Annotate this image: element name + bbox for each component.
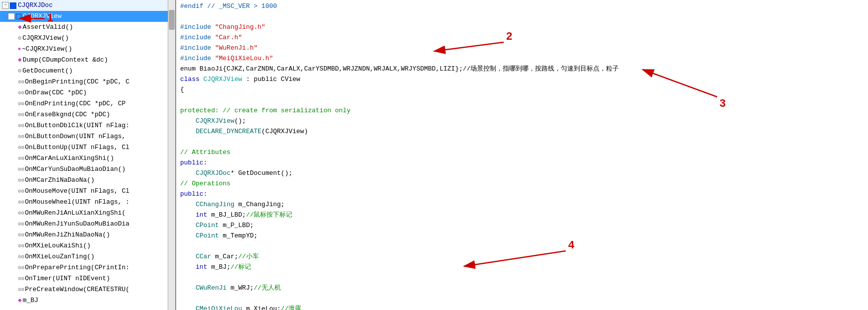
tree-label: OnMWuRenJiYunSuDaoMuBiaoDia xyxy=(25,219,130,229)
code-token xyxy=(180,168,196,178)
code-token: * GetDocument(); xyxy=(230,168,292,178)
tree-label: CJQRXJView xyxy=(23,11,62,21)
code-line xyxy=(180,293,864,304)
expand-collapse-icon[interactable]: − xyxy=(2,2,9,9)
code-token: //鼠标按下标记 xyxy=(246,210,293,220)
tree-item-root[interactable]: −CJQRXJDoc xyxy=(0,0,175,11)
tree-item-onlbuttonup[interactable]: ⚙⚙OnLButtonUp(UINT nFlags, Cl xyxy=(0,142,175,153)
tree-item-ondraw[interactable]: ⚙⚙OnDraw(CDC *pDC) xyxy=(0,87,175,98)
code-token: int xyxy=(196,210,207,220)
code-token: public: xyxy=(180,157,207,168)
code-token: //小车 xyxy=(238,251,259,262)
tree-item-onerasebkgnd[interactable]: ⚙⚙OnEraseBkgnd(CDC *pDC) xyxy=(0,109,175,120)
tree-label: OnMXieLouZanTing() xyxy=(25,252,94,262)
code-token: "MeiQiXieLou.h" xyxy=(215,53,273,64)
code-token: CPoint xyxy=(196,231,219,241)
tree-item-destructor[interactable]: ◆~CJQRXJView() xyxy=(0,44,175,55)
tree-label: OnEraseBkgnd(CDC *pDC) xyxy=(25,110,110,120)
code-token: //标记 xyxy=(230,262,251,272)
tree-item-onmxielouzanting[interactable]: ⚙⚙OnMXieLouZanTing() xyxy=(0,251,175,262)
code-token: CJQRXJDoc xyxy=(196,168,230,178)
code-line: #include "Car.h" xyxy=(180,32,864,43)
tree-item-onlbuttondown[interactable]: ⚙⚙OnLButtonDown(UINT nFlags, xyxy=(0,131,175,142)
tree-item-onmwurenjiyunsuodaomubiao[interactable]: ⚙⚙OnMWuRenJiYunSuDaoMuBiaoDia xyxy=(0,219,175,230)
tree-item-onmcarzhidaona[interactable]: ⚙⚙OnMCarZhiNaDaoNa() xyxy=(0,175,175,186)
code-editor-panel[interactable]: #endif // _MSC_VER > 1000 #include "Chan… xyxy=(176,0,868,310)
tree-label: OnLButtonDown(UINT nFlags, xyxy=(25,132,126,142)
tree-item-onbeginprinting[interactable]: ⚙⚙OnBeginPrinting(CDC *pDC, C xyxy=(0,77,175,87)
code-token xyxy=(180,199,196,210)
tree-item-onmousewheel[interactable]: ⚙⚙OnMouseWheel(UINT nFlags, : xyxy=(0,197,175,208)
tree-item-onendprinting[interactable]: ⚙⚙OnEndPrinting(CDC *pDC, CP xyxy=(0,98,175,109)
code-token xyxy=(180,220,196,231)
code-line: CWuRenJi m_WRJ;//无人机 xyxy=(180,283,864,293)
code-line xyxy=(180,241,864,251)
code-line xyxy=(180,11,864,22)
code-token xyxy=(180,231,196,241)
tree-item-onmwurenjizhidaona[interactable]: ⚙⚙OnMWuRenJiZhiNaDaoNa() xyxy=(0,230,175,240)
left-scrollbar[interactable] xyxy=(168,0,175,310)
tree-item-onmcaryunsuodaomubiaodia[interactable]: ⚙⚙OnMCarYunSuDaoMuBiaoDian() xyxy=(0,164,175,175)
code-token: m_ChangJing; xyxy=(234,199,284,210)
code-token: CJQRXJView xyxy=(203,74,242,84)
tree-label: OnMWuRenJiAnLuXianXingShi( xyxy=(25,208,126,218)
code-line: // Operations xyxy=(180,178,864,189)
tree-item-getdocument[interactable]: ⚙GetDocument() xyxy=(0,66,175,77)
tree-item-assertvalid[interactable]: ◆AssertValid() xyxy=(0,22,175,33)
code-token xyxy=(180,126,196,137)
code-token: m_WRJ; xyxy=(227,283,254,293)
expand-collapse-icon[interactable]: − xyxy=(8,13,15,20)
code-token: m_BJ; xyxy=(207,262,231,272)
code-token: m_XieLou; xyxy=(242,304,281,310)
tree-item-onmousemove[interactable]: ⚙⚙OnMouseMove(UINT nFlags, Cl xyxy=(0,186,175,197)
tree-item-m_bj[interactable]: ◆m_BJ xyxy=(0,295,175,306)
code-token: //无人机 xyxy=(254,283,281,293)
class-tree-panel[interactable]: −CJQRXJDoc−CJQRXJView◆AssertValid()⚙CJQR… xyxy=(0,0,176,310)
tree-item-onmcaranluxianxingshi[interactable]: ⚙⚙OnMCarAnLuXianXingShi() xyxy=(0,153,175,164)
tree-label: OnMWuRenJiZhiNaDaoNa() xyxy=(25,230,110,240)
tree-item-constructor[interactable]: ⚙CJQRXJView() xyxy=(0,33,175,44)
code-token: #include xyxy=(180,22,215,32)
code-token: #include xyxy=(180,43,215,53)
tree-label: OnPreparePrinting(CPrintIn: xyxy=(25,263,130,273)
code-line: enum BiaoJi{CJKZ,CarZNDN,CarALX,CarYSDMB… xyxy=(180,64,864,74)
code-token: CPoint xyxy=(196,220,219,231)
tree-label: OnMCarAnLuXianXingShi() xyxy=(25,154,114,163)
tree-item-onmxieloukaishi[interactable]: ⚙⚙OnMXieLouKaiShi() xyxy=(0,240,175,251)
code-line xyxy=(180,95,864,105)
tree-item-onlbuttondblclk[interactable]: ⚙⚙OnLButtonDblClk(UINT nFlag: xyxy=(0,120,175,131)
code-token: { xyxy=(180,84,184,95)
scroll-thumb[interactable] xyxy=(169,10,175,30)
code-token: : public CView xyxy=(242,74,300,84)
tree-item-ontimer[interactable]: ⚙⚙OnTimer(UINT nIDEvent) xyxy=(0,273,175,284)
code-token: enum BiaoJi{CJKZ,CarZNDN,CarALX,CarYSDMB… xyxy=(180,64,619,74)
tree-item-cjqrxjview[interactable]: −CJQRXJView xyxy=(0,11,175,22)
tree-label: OnLButtonUp(UINT nFlags, Cl xyxy=(25,143,130,153)
code-line xyxy=(180,137,864,147)
tree-item-onprepareprinting[interactable]: ⚙⚙OnPreparePrinting(CPrintIn: xyxy=(0,262,175,273)
code-line: #include "ChangJing.h" xyxy=(180,22,864,32)
tree-label: Dump(CDumpContext &dc) xyxy=(23,55,108,65)
code-line: protected: // create from serialization … xyxy=(180,105,864,116)
code-token xyxy=(180,283,196,293)
tree-label: OnMouseWheel(UINT nFlags, : xyxy=(25,197,130,207)
tree-label: OnTimer(UINT nIDEvent) xyxy=(25,274,110,284)
code-content: #endif // _MSC_VER > 1000 #include "Chan… xyxy=(180,1,864,310)
code-token: // Operations xyxy=(180,178,230,189)
tree-item-dump[interactable]: ◆Dump(CDumpContext &dc) xyxy=(0,55,175,66)
code-token: "Car.h" xyxy=(215,32,242,43)
code-token: CJQRXJView xyxy=(196,116,234,126)
code-token: protected: // create from serialization … xyxy=(180,105,350,116)
code-token: m_Car; xyxy=(211,251,238,262)
tree-label: OnMXieLouKaiShi() xyxy=(25,241,91,251)
tree-label: OnMCarYunSuDaoMuBiaoDian() xyxy=(25,164,126,174)
tree-item-onmwurenjianluxi[interactable]: ⚙⚙OnMWuRenJiAnLuXianXingShi( xyxy=(0,208,175,219)
code-line: class CJQRXJView : public CView xyxy=(180,74,864,84)
code-line: // Attributes xyxy=(180,147,864,157)
tree-label: OnEndPrinting(CDC *pDC, CP xyxy=(25,99,126,109)
tree-label: CJQRXJView() xyxy=(22,33,69,43)
tree-item-precreatewindow[interactable]: ⚙⚙PreCreateWindow(CREATESTRU( xyxy=(0,284,175,295)
code-token: // Attributes xyxy=(180,147,230,157)
code-token: "ChangJing.h" xyxy=(215,22,265,32)
tree-label: ~CJQRXJView() xyxy=(22,44,72,54)
